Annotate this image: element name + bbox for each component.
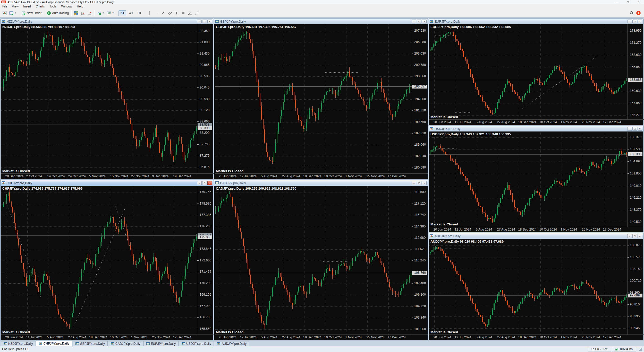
date-axis[interactable]: 20 Jun 202412 Jul 20245 Aug 202427 Aug 2… — [429, 335, 644, 340]
chart-shift-icon[interactable] — [86, 10, 93, 16]
new-order-button[interactable]: New Order — [21, 10, 43, 16]
chart-plot[interactable]: AUDJPY.pro,Daily 98.029 98.406 97.433 97… — [429, 239, 628, 335]
chart-profiles-icon[interactable]: ▼ — [8, 10, 18, 16]
close-icon[interactable]: × — [633, 0, 644, 4]
shapes-icon[interactable] — [180, 10, 187, 16]
text-icon[interactable] — [173, 10, 180, 16]
timeframe-d1[interactable]: D1 — [118, 10, 126, 16]
minimize-icon[interactable]: – — [627, 127, 632, 131]
vertical-line-icon[interactable] — [146, 10, 153, 16]
new-chart-icon[interactable] — [1, 10, 8, 16]
resize-grip[interactable] — [638, 347, 642, 351]
price-axis[interactable]: 160.370157.530154.690151.850149.010146.2… — [627, 132, 643, 227]
chart-window-titlebar[interactable]: USDJPY.pro,Daily–□× — [429, 126, 643, 131]
search-icon[interactable] — [628, 10, 635, 16]
tile-windows-icon[interactable] — [73, 10, 80, 16]
minimize-icon[interactable]: – — [197, 181, 202, 185]
chart-plot[interactable]: NZDJPY.pro,Daily 88.546 88.799 88.107 88… — [1, 24, 197, 174]
date-axis[interactable]: 20 Jun 202412 Jul 20245 Aug 202427 Aug 2… — [215, 173, 428, 179]
menu-item-insert[interactable]: Insert — [21, 4, 33, 9]
menu-item-charts[interactable]: Charts — [33, 4, 47, 9]
menu-item-window[interactable]: Window — [59, 4, 75, 9]
close-icon[interactable]: × — [638, 234, 642, 238]
chart-window-titlebar[interactable]: AUDJPY.pro,Daily–□× — [429, 233, 643, 239]
chart-window-titlebar[interactable]: NZDJPY.pro,Daily–□× — [1, 19, 213, 24]
connection-cell[interactable]: 10604 kb — [612, 347, 636, 351]
close-icon[interactable]: × — [207, 181, 212, 185]
date-tick-label: 25 Nov 2024 — [366, 336, 385, 339]
chart-tab-nzdjpy[interactable]: NZDJPY.pro,Daily — [1, 341, 36, 346]
fibo-retracement-icon[interactable] — [187, 10, 193, 16]
chart-plot[interactable]: EURJPY.pro,Daily 163.086 163.662 162.342… — [429, 24, 628, 120]
maximize-icon[interactable]: □ — [622, 0, 633, 4]
close-icon[interactable]: × — [207, 20, 212, 23]
chart-tab-gbpjpy[interactable]: GBPJPY.pro,Daily — [73, 341, 108, 346]
menu-item-view[interactable]: View — [10, 4, 21, 9]
restore-icon[interactable]: □ — [202, 20, 207, 23]
chart-type-icon[interactable]: ▼ — [106, 10, 115, 16]
date-axis[interactable]: 20 Jun 202412 Jul 20245 Aug 202427 Aug 2… — [429, 227, 644, 232]
price-axis[interactable]: 207.530205.280203.030200.780198.560194.0… — [412, 24, 427, 174]
price-tick-label: 117.120 — [412, 202, 427, 206]
restore-icon[interactable]: □ — [632, 234, 637, 238]
date-axis[interactable]: 20 Jun 202412 Jul 20245 Aug 202427 Aug 2… — [429, 119, 644, 125]
restore-icon[interactable]: □ — [417, 20, 421, 23]
fibo-fan-icon[interactable] — [193, 10, 200, 16]
close-icon[interactable]: × — [422, 181, 427, 185]
new-order-label: New Order — [27, 11, 41, 15]
date-axis[interactable]: 20 Jun 202411 Jul 20245 Aug 202427 Aug 2… — [1, 335, 214, 340]
equidistant-channel-icon[interactable] — [166, 10, 173, 16]
date-tick-label: 10 Oct 2024 — [110, 336, 128, 339]
chart-tab-eurjpy[interactable]: EURJPY.pro,Daily — [143, 341, 179, 346]
minimize-icon[interactable]: – — [627, 20, 632, 23]
chart-plot[interactable]: CHFJPY.pro,Daily 174.936 175.737 174.637… — [1, 186, 197, 335]
restore-icon[interactable]: □ — [417, 181, 421, 185]
chart-plot[interactable]: CADJPY.pro,Daily 109.256 109.622 108.611… — [215, 186, 412, 335]
menu-item-tools[interactable]: Tools — [47, 4, 59, 9]
chart-window-audjpy: AUDJPY.pro,Daily–□×AUDJPY.pro,Daily 98.0… — [429, 233, 643, 340]
notification-badge[interactable]: 1 — [636, 11, 641, 15]
date-tick-label: 18 Sep 2024 — [518, 336, 537, 339]
price-axis[interactable]: 108.075105.575103.150100.71098.26095.810… — [627, 239, 643, 335]
minimize-icon[interactable]: – — [412, 20, 416, 23]
price-axis[interactable]: 179.755178.570177.385176.200173.845172.6… — [197, 186, 213, 335]
chart-tab-chfjpy[interactable]: CHFJPY.pro,Daily — [36, 341, 72, 346]
horizontal-line-icon[interactable] — [153, 10, 160, 16]
close-icon[interactable]: × — [422, 20, 427, 23]
minimize-icon[interactable]: – — [627, 234, 632, 238]
date-axis[interactable]: 20 Sep 20242 Oct 202414 Oct 202424 Oct 2… — [1, 173, 214, 179]
restore-icon[interactable]: □ — [202, 181, 207, 185]
chart-plot[interactable]: USDJPY.pro,Daily 157.343 157.921 155.948… — [429, 132, 628, 227]
chart-tab-usdjpy[interactable]: USDJPY.pro,Daily — [179, 341, 214, 346]
chart-tab-cadjpy[interactable]: CADJPY.pro,Daily — [108, 341, 143, 346]
close-icon[interactable]: × — [638, 127, 642, 131]
minimize-icon[interactable]: — — [612, 0, 622, 4]
minimize-icon[interactable]: – — [412, 181, 416, 185]
price-tick-label: 194.060 — [412, 97, 427, 101]
restore-icon[interactable]: □ — [632, 20, 637, 23]
menu-item-help[interactable]: Help — [74, 4, 86, 9]
chart-window-titlebar[interactable]: GBPJPY.pro,Daily–□× — [214, 19, 428, 24]
autotrading-button[interactable]: AutoTrading — [46, 10, 70, 16]
auto-scroll-icon[interactable] — [80, 10, 86, 16]
date-axis[interactable]: 20 Jun 202412 Jul 20245 Aug 202427 Aug 2… — [215, 335, 428, 340]
chart-plot[interactable]: GBPJPY.pro,Daily 196.681 197.305 195.751… — [215, 24, 412, 174]
trendline-icon[interactable] — [160, 10, 166, 16]
price-axis[interactable]: 92.35091.89091.43090.96590.50590.04589.5… — [197, 24, 213, 174]
chart-tab-audjpy[interactable]: AUDJPY.pro,Daily — [214, 341, 249, 346]
timeframe-w1[interactable]: W1 — [127, 10, 135, 16]
price-axis[interactable]: 173.950171.270168.630165.950160.630157.9… — [627, 24, 643, 120]
chart-window-titlebar[interactable]: CADJPY.pro,Daily–□× — [214, 180, 428, 186]
menu-item-file[interactable]: File — [0, 4, 10, 9]
price-tick-label: 143.370 — [628, 208, 643, 212]
indicators-icon[interactable]: ▼ — [96, 10, 106, 16]
timeframe-h4[interactable]: H4 — [135, 10, 143, 16]
price-axis[interactable]: 118.500117.120115.740114.360112.980111.6… — [412, 186, 427, 335]
close-icon[interactable]: × — [638, 20, 642, 23]
profile-cell[interactable]: 5: FX - JPY — [588, 347, 611, 351]
minimize-icon[interactable]: – — [197, 20, 202, 23]
chart-overlays — [429, 24, 628, 120]
chart-window-titlebar[interactable]: CHFJPY.pro,Daily–□× — [1, 180, 213, 186]
restore-icon[interactable]: □ — [632, 127, 637, 131]
chart-window-titlebar[interactable]: EURJPY.pro,Daily–□× — [429, 19, 643, 24]
